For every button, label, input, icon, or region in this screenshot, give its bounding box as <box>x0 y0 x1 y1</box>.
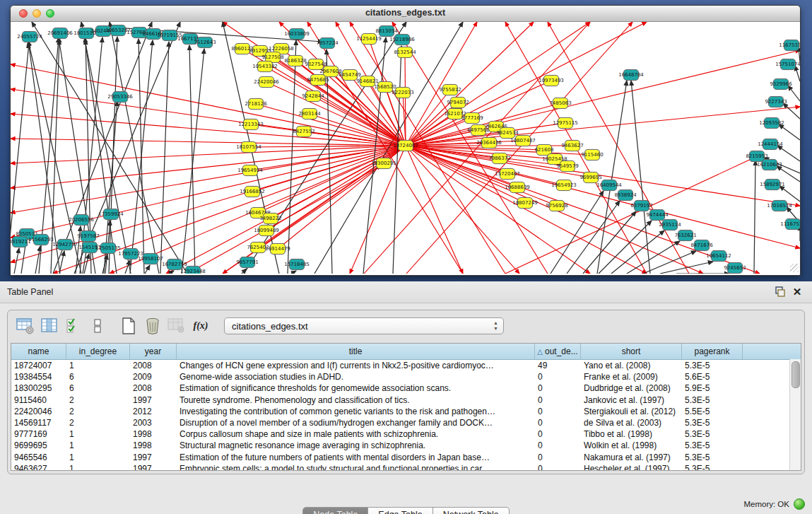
table-row[interactable]: 1830029562008Estimation of significance … <box>11 382 801 394</box>
window-resize-grip[interactable] <box>790 264 799 272</box>
graph-node[interactable]: 8454749 <box>342 69 358 81</box>
graph-node[interactable]: 19654923 <box>556 180 572 191</box>
graph-node[interactable]: 12213343 <box>243 119 259 130</box>
graph-node[interactable]: 12942757 <box>57 239 73 250</box>
graph-node[interactable]: 6497568 <box>471 124 486 136</box>
select-columns-icon[interactable] <box>39 316 60 336</box>
column-header-year[interactable]: year <box>130 344 177 359</box>
graph-node[interactable]: 10654112 <box>711 250 726 262</box>
graph-node[interactable]: 8471676 <box>694 240 710 251</box>
scrollbar-thumb[interactable] <box>792 361 800 388</box>
graph-node[interactable]: 1568520 <box>377 81 393 93</box>
graph-node[interactable]: 7512643 <box>197 37 213 48</box>
graph-node[interactable]: 10719155 <box>162 30 177 41</box>
graph-node[interactable]: 10973493 <box>543 75 559 86</box>
graph-node[interactable]: 15718485 <box>289 259 305 270</box>
graph-node[interactable]: 19166852 <box>245 186 260 197</box>
column-header-pagerank[interactable]: pagerank <box>682 344 743 359</box>
memory-status-orb[interactable] <box>794 498 805 510</box>
float-panel-icon[interactable] <box>774 286 787 298</box>
column-header-in_degree[interactable]: in_degree <box>66 344 130 359</box>
graph-hub-node[interactable]: 18724007 <box>398 140 413 151</box>
graph-node[interactable]: 8427552 <box>296 126 312 137</box>
graph-node[interactable]: 3498222 <box>263 213 278 224</box>
graph-node[interactable]: 12093582 <box>764 117 779 129</box>
graph-node[interactable]: 18107554 <box>241 141 257 153</box>
row-height-icon[interactable] <box>87 316 108 336</box>
graph-node[interactable]: 19654934 <box>242 165 258 176</box>
graph-node[interactable]: 9242844 <box>305 90 321 102</box>
graph-node[interactable]: 18300295 <box>376 158 392 169</box>
graph-node[interactable]: 9329966 <box>773 78 789 90</box>
table-selector-dropdown[interactable]: citations_edges.txt ▲▼ <box>224 317 504 334</box>
graph-node[interactable]: 17359924 <box>103 209 119 220</box>
table-row[interactable]: 2242004622012Investigating the contribut… <box>11 406 801 417</box>
graph-node[interactable]: 12444154 <box>763 139 778 150</box>
graph-node[interactable]: 15892971 <box>765 179 780 190</box>
graph-node[interactable]: 9857791 <box>240 257 255 268</box>
graph-node[interactable]: 17016514 <box>772 200 787 211</box>
column-check-icon[interactable] <box>63 316 84 336</box>
table-row[interactable]: 946362711997Embryonic stem cells: a mode… <box>11 463 801 471</box>
vertical-scrollbar[interactable] <box>789 359 801 470</box>
table-settings-icon[interactable] <box>15 316 36 336</box>
graph-node[interactable]: 16409544 <box>601 180 617 191</box>
graph-node[interactable]: 9755812 <box>442 84 458 95</box>
graph-node[interactable]: 11568293 <box>33 234 49 245</box>
graph-node[interactable]: 8960123 <box>235 43 250 54</box>
table-row[interactable]: 946554611997Estimation of the future num… <box>11 452 801 463</box>
graph-node[interactable]: 15720407 <box>500 168 515 180</box>
graph-node[interactable]: 9115460 <box>584 149 600 160</box>
table-row[interactable]: 1456911722003Disruption of a novel membe… <box>11 417 801 428</box>
graph-node[interactable]: 16033809 <box>289 28 305 40</box>
column-header-out_de[interactable]: △out_de... <box>535 344 581 359</box>
graph-node[interactable]: 2935114 <box>662 219 678 230</box>
graph-node[interactable]: 9245652 <box>727 262 743 274</box>
graph-node[interactable]: 7632621 <box>678 230 693 241</box>
delete-table-icon[interactable] <box>142 316 163 336</box>
graph-node[interactable]: 9197587 <box>81 230 96 242</box>
graph-node[interactable]: 2718126 <box>248 98 264 110</box>
graph-node[interactable]: 19958107 <box>143 253 158 264</box>
graph-node[interactable]: 8222033 <box>395 87 411 98</box>
graph-node[interactable]: 8475685 <box>310 74 326 86</box>
graph-node[interactable]: 20691406 <box>52 28 68 39</box>
network-canvas[interactable]: 8960123891295512226058912750810543382818… <box>11 22 800 274</box>
network-view-window[interactable]: citations_edges.txt 89601238912955122260… <box>10 5 801 276</box>
graph-node[interactable]: 9756928 <box>549 200 565 211</box>
graph-node[interactable]: 7485063 <box>553 98 568 109</box>
graph-node[interactable]: 24055724 <box>22 31 37 42</box>
graph-node[interactable]: 2803144 <box>302 108 317 119</box>
column-header-name[interactable]: name <box>11 344 66 359</box>
graph-node[interactable]: 10807487 <box>515 135 531 146</box>
column-header-short[interactable]: short <box>581 344 682 359</box>
table-row[interactable]: 977716911998Corpus callosum shape and si… <box>11 428 801 440</box>
graph-node[interactable]: 8186328 <box>288 55 303 66</box>
graph-node[interactable]: 16914479 <box>270 243 286 255</box>
column-header-title[interactable]: title <box>177 344 535 359</box>
graph-node[interactable]: 9794072 <box>450 97 466 108</box>
graph-node[interactable]: 22420046 <box>259 76 274 88</box>
function-builder-icon[interactable]: f(x) <box>190 316 211 336</box>
graph-node[interactable]: 9474444 <box>649 209 665 221</box>
table-row[interactable]: 1938455462009Genome-wide association stu… <box>11 371 801 382</box>
graph-node[interactable]: 12975115 <box>558 117 573 129</box>
graph-node[interactable]: 29053346 <box>112 91 128 103</box>
tab-edge-table[interactable]: Edge Table <box>368 507 433 514</box>
graph-node[interactable]: 9777169 <box>464 112 480 124</box>
graph-node[interactable]: 11167533 <box>785 218 800 230</box>
graph-node[interactable]: 7625402 <box>250 242 266 253</box>
graph-node[interactable]: 17957223 <box>123 248 139 259</box>
graph-node[interactable]: 16648784 <box>623 69 639 81</box>
graph-node[interactable]: 18807249 <box>517 197 533 209</box>
graph-node[interactable]: 8938924 <box>618 189 633 201</box>
tab-network-table[interactable]: Network Table <box>433 507 510 514</box>
graph-node[interactable]: 11675334 <box>784 40 799 51</box>
graph-node[interactable]: 8813054 <box>379 25 394 37</box>
graph-node[interactable]: 10543382 <box>257 61 273 72</box>
graph-node[interactable]: 7857224 <box>319 37 335 49</box>
graph-node[interactable]: 20364436 <box>481 137 497 148</box>
graph-node[interactable]: 9549579 <box>560 160 575 172</box>
window-titlebar[interactable]: citations_edges.txt <box>11 6 800 22</box>
graph-node[interactable]: 10688639 <box>510 182 525 193</box>
